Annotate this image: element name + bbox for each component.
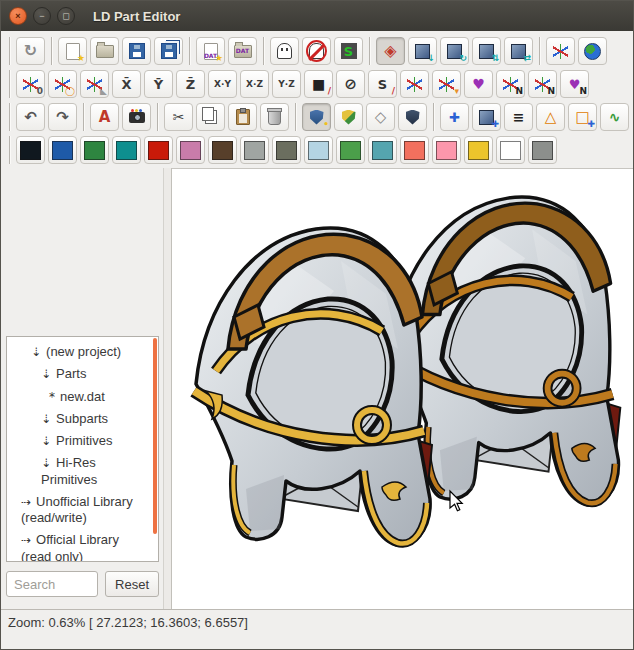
palette-9-light-blue-button[interactable] xyxy=(304,136,333,164)
manipulator-edge-button[interactable]: ▾ xyxy=(432,70,461,98)
palette-14-yellow-button[interactable] xyxy=(464,136,493,164)
manipulator-z-button[interactable]: Z̄ xyxy=(176,70,205,98)
move-mode-button[interactable]: ↓ xyxy=(408,37,437,65)
palette-8-dark-gray-button[interactable] xyxy=(272,136,301,164)
tree-item[interactable]: ⇢Unofficial Library (read/write) xyxy=(7,491,156,530)
add-condline-button[interactable]: ∿ xyxy=(600,103,629,131)
manipulator-face-button[interactable]: ♥ xyxy=(464,70,493,98)
palette-6-brown-button[interactable] xyxy=(208,136,237,164)
combined-mode-button[interactable]: ⇄ xyxy=(504,37,533,65)
palette-11-turquoise-button[interactable] xyxy=(368,136,397,164)
tree-item[interactable]: ⇣Subparts xyxy=(7,408,156,430)
new-dat-file-button[interactable]: DAT★ xyxy=(196,37,225,65)
add-vertex-button[interactable]: ✚ xyxy=(440,103,469,131)
manipulator-edge-n-button[interactable]: N xyxy=(528,70,557,98)
tree-item[interactable]: ⇣Primitives xyxy=(7,430,156,452)
select-solid-button[interactable] xyxy=(398,103,427,131)
palette-1-blue-icon xyxy=(52,141,73,160)
manipulator-to-world-button[interactable]: ◯ xyxy=(48,70,77,98)
palette-3-teal-button[interactable] xyxy=(112,136,141,164)
manipulator-face-n-button[interactable]: ♥N xyxy=(560,70,589,98)
measure-button[interactable]: A xyxy=(90,103,119,131)
open-project-button[interactable] xyxy=(90,37,119,65)
tree-item[interactable]: ⇣Hi-Res Primitives xyxy=(7,452,156,491)
palette-1-blue-button[interactable] xyxy=(48,136,77,164)
3d-viewport[interactable] xyxy=(172,168,633,609)
select-filter-button[interactable]: • xyxy=(302,103,331,131)
manipulator-subfile-icon: S xyxy=(378,78,387,91)
open-dat-file-button[interactable]: DAT xyxy=(228,37,257,65)
minimize-button[interactable]: − xyxy=(33,7,51,25)
hide-ghost-button[interactable] xyxy=(302,37,331,65)
manipulator-vertex-button[interactable] xyxy=(400,70,429,98)
save-button[interactable] xyxy=(122,37,151,65)
save-all-button[interactable] xyxy=(154,37,183,65)
manipulator-x-button[interactable]: X̄ xyxy=(112,70,141,98)
new-project-button[interactable]: ★ xyxy=(58,37,87,65)
manipulator-xy-button[interactable]: X·Y xyxy=(208,70,237,98)
redo-button[interactable]: ↷ xyxy=(48,103,77,131)
manipulator-camera-button[interactable]: ■/ xyxy=(304,70,333,98)
add-subfile-button[interactable]: ✚ xyxy=(472,103,501,131)
add-triangle-button[interactable]: △ xyxy=(536,103,565,131)
tree-expanded-icon: ⇣ xyxy=(41,367,51,382)
rotate-mode-button[interactable]: ↻ xyxy=(440,37,469,65)
manipulator-edge-badge: ▾ xyxy=(454,87,459,96)
sync-button[interactable]: ↻ xyxy=(16,37,45,65)
project-tree: ⇣(new project)⇣Parts*new.dat⇣Subparts⇣Pr… xyxy=(7,337,158,562)
paste-button[interactable] xyxy=(228,103,257,131)
copy-button[interactable] xyxy=(196,103,225,131)
tree-scrollbar[interactable] xyxy=(153,338,157,534)
manipulator-yz-button[interactable]: Y·Z xyxy=(272,70,301,98)
add-vertex-icon: ✚ xyxy=(449,111,460,124)
palette-15-white-button[interactable] xyxy=(496,136,525,164)
add-quad-button[interactable]: □✚ xyxy=(568,103,597,131)
palette-5-dark-pink-button[interactable] xyxy=(176,136,205,164)
select-mode-button[interactable]: ◈ xyxy=(376,37,405,65)
tree-item[interactable]: *new.dat xyxy=(7,386,156,408)
manipulator-vertex-n-button[interactable]: N xyxy=(496,70,525,98)
sidebar-splitter[interactable] xyxy=(164,168,172,609)
toolbar-row-file: ↻★DAT★DATS◈↓↻⇅⇄ xyxy=(1,34,633,67)
titlebar[interactable]: ×−◻ LD Part Editor xyxy=(1,1,633,31)
scale-mode-button[interactable]: ⇅ xyxy=(472,37,501,65)
manipulator-to-surface-button[interactable]: ◣ xyxy=(80,70,109,98)
palette-4-red-button[interactable] xyxy=(144,136,173,164)
tree-item[interactable]: ⇣(new project) xyxy=(7,341,156,363)
swap-winding-button[interactable]: S xyxy=(334,37,363,65)
palette-10-bright-green-button[interactable] xyxy=(336,136,365,164)
palette-7-light-gray-button[interactable] xyxy=(240,136,269,164)
search-input[interactable] xyxy=(6,571,98,597)
palette-12-salmon-button[interactable] xyxy=(400,136,429,164)
global-axes-button[interactable] xyxy=(578,37,607,65)
tree-collapsed-icon: ⇢ xyxy=(21,533,31,548)
select-wireframe-button[interactable]: ◇ xyxy=(366,103,395,131)
maximize-button[interactable]: ◻ xyxy=(57,7,75,25)
manipulator-xz-button[interactable]: X·Z xyxy=(240,70,269,98)
reset-button[interactable]: Reset xyxy=(105,571,159,597)
show-ghost-button[interactable] xyxy=(270,37,299,65)
palette-0-black-button[interactable] xyxy=(16,136,45,164)
manipulator-lock-button[interactable]: ⊘ xyxy=(336,70,365,98)
select-same-color-button[interactable] xyxy=(334,103,363,131)
undo-button[interactable]: ↶ xyxy=(16,103,45,131)
snapshot-button[interactable] xyxy=(122,103,151,131)
redo-icon: ↷ xyxy=(56,110,69,125)
manipulator-y-button[interactable]: Ȳ xyxy=(144,70,173,98)
palette-13-pink-button[interactable] xyxy=(432,136,461,164)
palette-12-salmon-icon xyxy=(404,141,425,160)
cut-button[interactable]: ✂ xyxy=(164,103,193,131)
tree-item[interactable]: ⇣Parts xyxy=(7,363,156,385)
add-line-button[interactable]: ≡ xyxy=(504,103,533,131)
close-button[interactable]: × xyxy=(9,7,27,25)
delete-button[interactable] xyxy=(260,103,289,131)
local-axes-button[interactable] xyxy=(546,37,575,65)
tree-item[interactable]: ⇢Official Library (read only) xyxy=(7,529,156,562)
palette-2-green-button[interactable] xyxy=(80,136,109,164)
palette-16-main-gray-button[interactable] xyxy=(528,136,557,164)
statusbar-zoom-coords: Zoom: 0.63% [ 27.2123; 16.3603; 6.6557] xyxy=(8,615,248,630)
palette-3-teal-icon xyxy=(116,141,137,160)
manipulator-to-origin-button[interactable]: 0 xyxy=(16,70,45,98)
manipulator-subfile-button[interactable]: S/ xyxy=(368,70,397,98)
project-tree-box: ⇣(new project)⇣Parts*new.dat⇣Subparts⇣Pr… xyxy=(6,336,159,562)
